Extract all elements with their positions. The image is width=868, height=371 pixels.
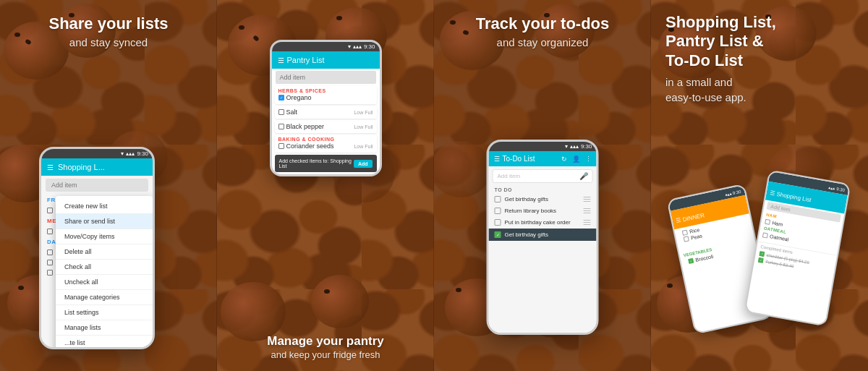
menu-create-new-list[interactable]: Create new list: [56, 199, 153, 214]
cb-rice[interactable]: [682, 230, 688, 236]
drag-handle-1[interactable]: [584, 197, 591, 202]
time-1: 9:30: [137, 150, 148, 157]
panel-app-info: Shopping List, Pantry List & To-Do List …: [651, 0, 868, 371]
todo-item-2: Return library books: [489, 205, 597, 217]
cb-turkey-4b[interactable]: ✓: [758, 257, 764, 263]
checked-box-gift[interactable]: ✓: [495, 231, 501, 238]
list-title-1: Shopping L...: [58, 163, 105, 171]
panel-1-heading: Share your lists: [48, 14, 168, 33]
menu-icon-1: ☰: [47, 163, 54, 171]
menu-manage-lists[interactable]: Manage lists: [56, 320, 153, 336]
mic-icon-todo: 🎤: [579, 172, 588, 180]
dropdown-menu-1: Create new list Share or send list Move/…: [56, 196, 153, 349]
cb-cake-order[interactable]: [495, 219, 501, 226]
more-icon-todo: ⋮: [585, 155, 592, 163]
status-bar-1: ▾ ▴▴▴ 9:30: [41, 149, 153, 158]
cb-milk[interactable]: [47, 270, 53, 276]
menu-share-list[interactable]: Share or send list: [56, 214, 153, 229]
status-bar-todo: ▾ ▴▴▴ 9:30: [489, 142, 597, 151]
sync-icon-todo: ↻: [561, 155, 567, 163]
cb-cheddar-4b[interactable]: ✓: [759, 251, 765, 257]
cb-pepper[interactable]: [278, 124, 284, 129]
pantry-oregano: ✓ Oregano: [278, 93, 373, 102]
todo-item-3: Put in birthday cake order: [489, 217, 597, 229]
menu-icon-pantry: ☰: [278, 56, 284, 64]
panel-share: Share your lists and stay synced ▾ ▴▴▴ 9…: [0, 0, 217, 371]
pantry-salt: Salt Low Full: [278, 108, 373, 116]
pantry-add-bar[interactable]: Add item: [276, 71, 376, 84]
menu-check-all[interactable]: Check all: [56, 260, 153, 275]
panel-pantry: ▾ ▴▴▴ 9:30 ☰ Pantry List Add item HERBS …: [217, 0, 434, 371]
todo-section-label: TO DO: [489, 186, 597, 194]
menu-delete-all[interactable]: Delete all: [56, 244, 153, 260]
signal-2: ▴▴▴: [353, 43, 362, 50]
drag-handle-3[interactable]: [584, 220, 591, 226]
pantry-baking-card: BAKING & COOKING Coriander seeds Low Ful…: [275, 135, 377, 153]
status-bar-2: ▾ ▴▴▴ 9:30: [272, 42, 380, 51]
cb-eggs[interactable]: [47, 260, 53, 265]
panel-4-content: Shopping List, Pantry List & To-Do List …: [651, 0, 868, 371]
pantry-heading: Manage your pantry: [217, 333, 434, 349]
panel-1-subheading: and stay synced: [69, 36, 148, 48]
app-info-heading: Shopping List, Pantry List & To-Do List: [651, 0, 868, 70]
cb-coriander[interactable]: [278, 143, 284, 149]
cb-butter[interactable]: [47, 250, 53, 255]
todo-add-bar[interactable]: Add item 🎤: [493, 169, 593, 183]
cb-ham-4b[interactable]: [765, 219, 770, 225]
wifi-2: ▾: [348, 43, 351, 50]
phone-mockup-1: ▾ ▴▴▴ 9:30 ☰ Shopping L... Add item FROZ…: [39, 147, 155, 349]
phone-screen-1: ▾ ▴▴▴ 9:30 ☰ Shopping L... Add item FROZ…: [41, 149, 153, 347]
panel-1-content: Share your lists and stay synced ▾ ▴▴▴ 9…: [0, 0, 217, 371]
todo-title: To-Do List: [503, 155, 558, 163]
menu-uncheck-all[interactable]: Uncheck all: [56, 275, 153, 290]
phone-pantry: ▾ ▴▴▴ 9:30 ☰ Pantry List Add item HERBS …: [270, 40, 382, 176]
menu-list-settings[interactable]: List settings: [56, 305, 153, 320]
pantry-subheading: and keep your fridge fresh: [217, 349, 434, 360]
cb-ham[interactable]: [47, 229, 53, 234]
cb-peas[interactable]: [684, 236, 689, 242]
cb-oatmeal-4b[interactable]: [762, 232, 768, 238]
drag-handle-2[interactable]: [584, 208, 591, 214]
todo-header: ☰ To-Do List ↻ 👤 ⋮: [489, 151, 597, 166]
menu-manage-categories[interactable]: Manage categories: [56, 290, 153, 305]
add-button-pantry[interactable]: Add: [354, 160, 373, 168]
panel-3-subheading: and stay organized: [497, 36, 589, 48]
phones-container-4: ▴▴▴ 9:30 ☰ DINNER Rice Peas: [680, 169, 839, 357]
todo-item-1: Get birthday gifts: [489, 194, 597, 205]
wifi-todo: ▾: [565, 143, 568, 150]
signal-todo: ▴▴▴: [570, 143, 579, 150]
cb-salt[interactable]: [278, 109, 284, 115]
phone-screen-todo: ▾ ▴▴▴ 9:30 ☰ To-Do List ↻ 👤 ⋮ Add item 🎤…: [489, 142, 597, 333]
menu-delete-list[interactable]: ...te list: [56, 336, 153, 349]
add-checked-bar[interactable]: Add checked items to: Shopping List Add: [275, 155, 377, 172]
cb-library[interactable]: [495, 208, 501, 214]
panel-3-content: Track your to-dos and stay organized ▾ ▴…: [434, 0, 651, 371]
panel-2-content: ▾ ▴▴▴ 9:30 ☰ Pantry List Add item HERBS …: [217, 0, 434, 371]
cb-ice-cream[interactable]: [47, 208, 53, 213]
person-icon-todo: 👤: [572, 155, 580, 163]
signal-icon: ▴▴▴: [126, 150, 135, 157]
pantry-coriander: Coriander seeds Low Full: [278, 142, 373, 150]
pantry-pepper-card: Black pepper Low Full: [275, 120, 377, 133]
phone-todo: ▾ ▴▴▴ 9:30 ☰ To-Do List ↻ 👤 ⋮ Add item 🎤…: [487, 140, 599, 335]
pantry-header: ☰ Pantry List: [272, 51, 380, 69]
pantry-title: Pantry List: [287, 56, 325, 64]
phone-header-1: ☰ Shopping L...: [41, 158, 153, 176]
pantry-bottom: Manage your pantry and keep your fridge …: [217, 333, 434, 360]
wifi-icon: ▾: [121, 150, 124, 157]
add-item-bar-1[interactable]: Add item: [46, 179, 148, 192]
phone-4b: ▴▴▴ 9:30 ☰ Shopping List Add item HAM Ha…: [744, 170, 851, 327]
todo-checked-row: ✓ Get birthday gifts: [489, 229, 597, 241]
pantry-herbs-card: HERBS & SPICES ✓ Oregano: [275, 86, 377, 104]
panel-3-heading: Track your to-dos: [476, 14, 610, 33]
cb-veg1[interactable]: ✓: [688, 258, 694, 264]
cb-birthday-gifts[interactable]: [495, 196, 501, 202]
menu-move-copy[interactable]: Move/Copy items: [56, 229, 153, 244]
app-info-subheading: in a small and easy-to-use app.: [651, 70, 868, 105]
pantry-pepper: Black pepper Low Full: [278, 122, 373, 131]
panel-todo: Track your to-dos and stay organized ▾ ▴…: [434, 0, 651, 371]
cb-oregano[interactable]: ✓: [278, 95, 284, 101]
menu-icon-todo: ☰: [494, 155, 500, 163]
dinner-label: DINNER: [682, 212, 705, 223]
pantry-salt-card: Salt Low Full: [275, 106, 377, 119]
